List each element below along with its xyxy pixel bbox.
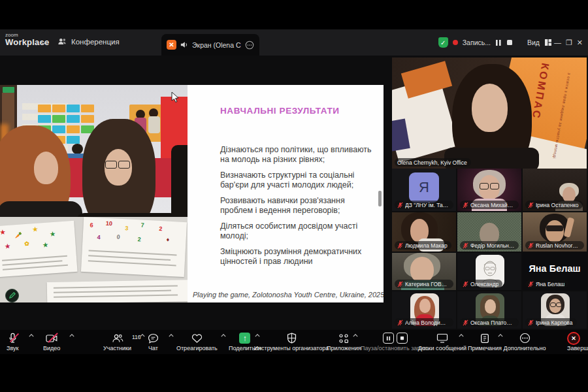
chevron-up-icon[interactable] [140, 334, 145, 337]
chevron-up-icon[interactable] [498, 334, 503, 337]
whiteboard-icon [436, 332, 448, 344]
participant-name: Федір Могильний [470, 242, 515, 249]
participant-tile[interactable]: Ірина Остапенко [523, 169, 587, 211]
toolbar-react[interactable]: Отреагировать [176, 332, 218, 351]
toolbar-more[interactable]: Дополнительно [504, 332, 545, 351]
meeting-toolbar: Звук Видео Участники 116 Чат [0, 330, 588, 354]
toolbar-host-tools[interactable]: Инструменты организатора [260, 332, 323, 351]
slide-bullet: Розвивають навички розв'язання проблем і… [220, 196, 376, 216]
zoom-meeting-window: zoom Workplace Конференция ✕ Экран (Olen… [0, 0, 588, 392]
slide-photo: ★ 🥕 ★ ★ ★ ✿ ★ 6 10 3 7 2 4 0 2 ♦ [0, 85, 188, 302]
notes-icon [480, 332, 489, 344]
chevron-up-icon[interactable] [255, 334, 260, 337]
game-sheet-right: 6 10 3 7 2 4 0 2 ♦ [81, 217, 187, 277]
maximize-icon[interactable]: ❐ [566, 39, 572, 47]
tab-more-icon[interactable] [245, 41, 254, 50]
chevron-up-icon[interactable] [459, 334, 464, 337]
share-screen-icon: ↑ [239, 333, 250, 344]
mouse-cursor [171, 91, 180, 103]
more-ellipsis-icon [519, 332, 531, 344]
participant-name: ДЗ "ЛНУ ім. Тарас... [405, 202, 449, 208]
participant-tile[interactable]: Олександр [457, 253, 521, 290]
chat-icon [148, 332, 159, 344]
slide-bullet: Дізнаються про політики, що впливають на… [220, 145, 376, 165]
slide-bullet: Діляться особистим досвідом участі молод… [220, 221, 376, 241]
game-sheet-left: ★ 🥕 ★ ★ ★ ✿ ★ [0, 221, 78, 277]
participant-name: Яна Белаш [536, 281, 564, 287]
chevron-up-icon[interactable] [69, 334, 74, 337]
toolbar-notes[interactable]: Примечания [468, 332, 502, 351]
participant-name: Ірина Карпова [536, 319, 573, 326]
shield-icon [287, 332, 297, 344]
participant-tile[interactable]: Людмила Макар [392, 212, 456, 252]
participant-tile[interactable]: Катерина ГОВОР ... [392, 253, 456, 290]
end-meeting-icon: ✕ [567, 332, 580, 345]
heart-icon [191, 332, 203, 344]
participant-name: Оксана Михайлен... [470, 202, 515, 208]
participant-name: Аліна Володимирі... [405, 319, 449, 326]
tab-shared-screen[interactable]: ✕ Экран (Olena Chernykh, Kyiv [161, 34, 259, 56]
participant-name: Ruslan Novhorods... [536, 242, 580, 249]
participant-tile[interactable]: Я ДЗ "ЛНУ ім. Тарас... [392, 169, 456, 211]
exit-sign [3, 87, 14, 93]
avatar-letter: Я [409, 172, 439, 203]
chevron-up-icon[interactable] [353, 334, 358, 337]
participant-name: Людмила Макар [405, 242, 448, 249]
participant-tile[interactable]: Яна Белаш Яна Белаш [523, 253, 587, 290]
participant-display-name: Яна Белаш [523, 263, 587, 274]
tab-meeting[interactable]: Конференция [57, 37, 120, 46]
record-dot-icon [453, 40, 458, 45]
view-label[interactable]: Вид [527, 39, 540, 46]
stop-recording-button[interactable] [397, 333, 408, 344]
participant-tile[interactable]: Оксана Михайлен... [457, 169, 521, 211]
pause-recording-button[interactable] [383, 333, 394, 344]
screen-share-icon: ✕ [167, 40, 176, 50]
annotation-pencil-icon[interactable] [5, 289, 19, 302]
close-icon[interactable]: ✕ [577, 39, 583, 47]
participant-tile[interactable]: Оксана Платонова [457, 291, 521, 329]
apps-icon [338, 332, 349, 344]
chevron-up-icon[interactable] [169, 334, 174, 337]
stop-recording-icon[interactable] [506, 39, 513, 46]
chevron-up-icon[interactable] [221, 334, 226, 337]
slide-bullets: Дізнаються про політики, що впливають на… [220, 145, 376, 272]
slide-bullet: Зміцнюють розуміння демократичних ціннос… [220, 247, 376, 267]
chevron-down-icon[interactable] [41, 41, 46, 45]
speaker-video-tile[interactable]: КОМПАС з освіти з прав людини за участю … [392, 57, 587, 169]
window-titlebar: zoom Workplace Конференция ✕ Экран (Olen… [0, 29, 588, 56]
participant-name: Катерина ГОВОР ... [405, 281, 449, 287]
toolbar-audio[interactable]: Звук [7, 332, 18, 351]
pause-recording-icon[interactable] [495, 39, 502, 46]
recording-status-label: Запись... [463, 39, 491, 46]
speaker-name-pill: Olena Chernykh, Kyiv Office [395, 158, 471, 167]
microphone-muted-icon [8, 332, 18, 344]
slide-scrollbar[interactable] [378, 191, 382, 206]
participant-name: Олександр [470, 281, 498, 287]
chevron-up-icon[interactable] [29, 334, 34, 337]
toolbar-end-meeting[interactable]: ✕ Завершение [559, 332, 588, 351]
audio-icon [180, 41, 188, 48]
slide-title: НАВЧАЛЬНІ РЕЗУЛЬТАТИ [220, 106, 340, 116]
slide-caption: Playing the game, Zolotonosha Youth Cent… [193, 291, 380, 299]
participant-name: Ірина Остапенко [536, 202, 579, 208]
recording-cluster: ✓ Запись... Вид [438, 37, 552, 48]
slide-bullet: Визначають структурні та соціальні бар'є… [220, 171, 376, 190]
participants-icon [112, 332, 123, 344]
presentation-slide: НАВЧАЛЬНІ РЕЗУЛЬТАТИ Дізнаються про полі… [188, 85, 384, 302]
participants-icon [57, 37, 67, 46]
participant-tile[interactable]: Аліна Володимирі... [392, 291, 456, 329]
toolbar-video[interactable]: Видео [43, 332, 60, 351]
minimize-icon[interactable]: — [554, 39, 561, 46]
participant-tile[interactable]: Ірина Карпова [523, 291, 587, 329]
window-controls: — ❐ ✕ [549, 29, 588, 56]
meeting-stage: ★ 🥕 ★ ★ ★ ✿ ★ 6 10 3 7 2 4 0 2 ♦ [0, 56, 588, 330]
participant-tile[interactable]: Федір Могильний [457, 212, 521, 252]
toolbar-participants[interactable]: Участники 116 [103, 332, 131, 351]
camera-off-icon [46, 332, 57, 344]
participant-name: Оксана Платонова [470, 319, 515, 326]
participant-tile[interactable]: Ruslan Novhorods... [523, 212, 587, 252]
toolbar-chat[interactable]: Чат [148, 332, 159, 351]
security-shield-icon[interactable]: ✓ [438, 37, 448, 48]
